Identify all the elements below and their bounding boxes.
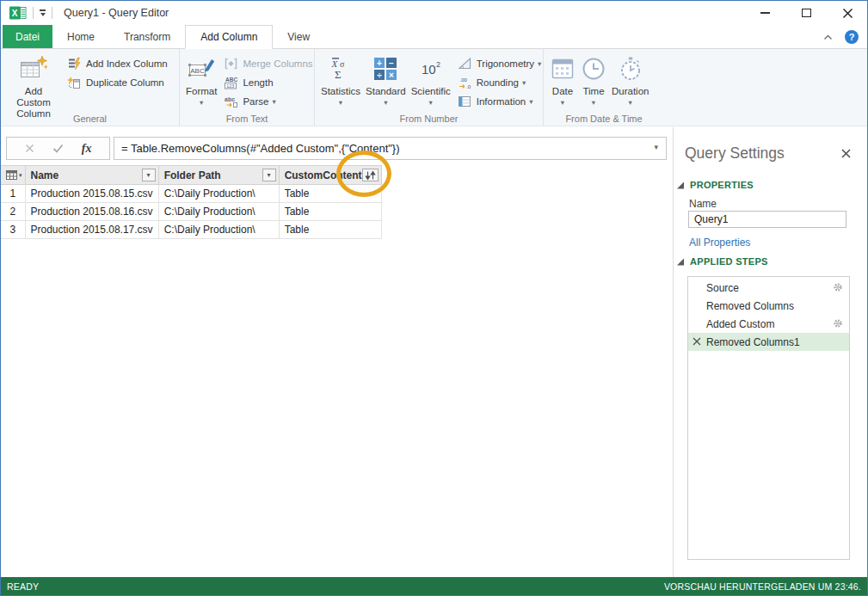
svg-text:Σ: Σ xyxy=(335,68,342,81)
query-name-input[interactable] xyxy=(688,211,846,228)
cell-folder-path: C:\Daily Production\ xyxy=(158,203,279,221)
dropdown-caret-icon: ▾ xyxy=(561,99,564,107)
dropdown-caret-icon: ▾ xyxy=(429,99,433,107)
add-custom-column-icon xyxy=(19,53,48,84)
table-corner-button[interactable]: ▾ xyxy=(1,166,25,185)
expand-column-button[interactable] xyxy=(362,169,379,181)
filter-dropdown-icon[interactable]: ▾ xyxy=(142,169,156,181)
scientific-button[interactable]: 10 2 Scientific ▾ xyxy=(409,52,453,108)
tab-home[interactable]: Home xyxy=(52,25,109,48)
formula-expand-caret-icon[interactable]: ▾ xyxy=(654,143,658,151)
delete-step-icon[interactable] xyxy=(693,337,701,346)
quick-access-dropdown-icon[interactable] xyxy=(40,9,46,16)
minimize-button[interactable] xyxy=(752,1,778,25)
excel-logo-icon[interactable]: X xyxy=(9,6,27,20)
rounding-button[interactable]: .00 .0 Rounding ▾ xyxy=(453,73,545,92)
step-settings-gear-icon[interactable] xyxy=(833,318,843,329)
svg-text:ABC: ABC xyxy=(190,67,205,75)
fx-icon[interactable]: fx xyxy=(82,142,92,156)
svg-text:X: X xyxy=(331,58,339,69)
duration-button[interactable]: Duration ▾ xyxy=(609,52,651,108)
cell-folder-path: C:\Daily Production\ xyxy=(158,185,279,203)
column-header-folder-path[interactable]: Folder Path ▾ xyxy=(158,166,279,185)
svg-text:10: 10 xyxy=(422,62,436,77)
dropdown-caret-icon: ▾ xyxy=(272,97,275,106)
rounding-label: Rounding xyxy=(477,77,519,88)
table-row: 1 Production 2015.08.15.csv C:\Daily Pro… xyxy=(1,185,381,203)
cell-table-link[interactable]: Table xyxy=(279,203,381,221)
step-settings-gear-icon[interactable] xyxy=(833,282,843,292)
length-icon: ABC 123 xyxy=(223,76,239,89)
standard-label: Standard xyxy=(366,86,406,97)
step-label: Removed Columns1 xyxy=(706,336,800,348)
step-added-custom[interactable]: Added Custom xyxy=(688,315,849,333)
group-label-from-number: From Number xyxy=(315,114,543,124)
step-label: Removed Columns xyxy=(706,300,794,312)
group-label-from-date-time: From Date & Time xyxy=(544,114,664,124)
tab-datei[interactable]: Datei xyxy=(3,25,52,48)
duplicate-column-label: Duplicate Column xyxy=(86,77,164,88)
information-button[interactable]: Information ▾ xyxy=(453,92,545,111)
group-label-general: General xyxy=(1,114,179,124)
svg-text:123: 123 xyxy=(227,83,235,89)
format-label: Format xyxy=(186,86,217,97)
cell-table-link[interactable]: Table xyxy=(279,221,381,239)
statistics-button[interactable]: X σ Σ Statistics ▾ xyxy=(318,52,363,108)
svg-text:÷: ÷ xyxy=(378,71,383,80)
filter-dropdown-icon[interactable]: ▾ xyxy=(262,169,276,181)
trigonometry-button[interactable]: Trigonometry ▾ xyxy=(453,54,545,73)
date-button[interactable]: Date ▾ xyxy=(547,52,578,108)
properties-section-header[interactable]: PROPERTIES xyxy=(677,180,754,190)
all-properties-link[interactable]: All Properties xyxy=(689,237,750,249)
svg-text:.00: .00 xyxy=(459,77,467,83)
applied-steps-section-header[interactable]: APPLIED STEPS xyxy=(677,256,768,267)
step-source[interactable]: Source xyxy=(688,279,849,297)
applied-steps-list: Source Removed Columns Added Custom xyxy=(687,276,850,560)
properties-label: PROPERTIES xyxy=(690,180,754,190)
column-header-name-label: Name xyxy=(31,169,59,181)
time-icon xyxy=(581,53,606,84)
statistics-icon: X σ Σ xyxy=(328,53,354,84)
duration-label: Duration xyxy=(612,86,649,97)
svg-text:−: − xyxy=(389,58,394,68)
maximize-button[interactable] xyxy=(793,1,819,25)
step-removed-columns1[interactable]: Removed Columns1 xyxy=(688,333,849,351)
length-button[interactable]: ABC 123 Length xyxy=(219,73,316,92)
parse-label: Parse xyxy=(243,96,268,107)
standard-button[interactable]: + − ÷ × Standard ▾ xyxy=(363,52,409,108)
column-header-custom-label: CustomContent xyxy=(285,169,362,181)
column-header-custom-content[interactable]: CustomContent xyxy=(279,166,381,185)
dropdown-caret-icon: ▾ xyxy=(529,97,532,106)
cancel-formula-icon[interactable] xyxy=(25,141,34,157)
help-icon[interactable]: ? xyxy=(845,30,859,44)
length-label: Length xyxy=(243,77,273,88)
time-label: Time xyxy=(582,86,604,97)
formula-input[interactable]: = Table.RemoveColumns(#"Added Custom",{"… xyxy=(114,137,667,160)
format-button[interactable]: ABC Format ▾ xyxy=(183,52,219,108)
ribbon: Add Custom Column Add Index Column xyxy=(1,49,867,126)
formula-bar: fx = Table.RemoveColumns(#"Added Custom"… xyxy=(6,137,667,160)
add-custom-column-button[interactable]: Add Custom Column xyxy=(4,52,63,121)
merge-columns-button[interactable]: Merge Columns xyxy=(219,54,316,73)
svg-text:2: 2 xyxy=(436,60,440,69)
tab-view[interactable]: View xyxy=(273,25,324,48)
information-label: Information xyxy=(477,96,526,107)
collapse-ribbon-icon[interactable] xyxy=(823,34,833,40)
duplicate-column-button[interactable]: Duplicate Column xyxy=(63,73,171,92)
parse-button[interactable]: abc Parse ▾ xyxy=(219,92,316,111)
tab-transform[interactable]: Transform xyxy=(109,25,185,48)
formula-toolbox: fx xyxy=(6,137,110,160)
add-index-column-button[interactable]: Add Index Column xyxy=(63,54,171,73)
tab-add-column[interactable]: Add Column xyxy=(185,25,273,49)
ribbon-tab-bar: Datei Home Transform Add Column View ? xyxy=(1,25,867,49)
close-window-button[interactable] xyxy=(834,1,860,25)
step-removed-columns[interactable]: Removed Columns xyxy=(688,297,849,315)
column-header-name[interactable]: Name ▾ xyxy=(25,166,158,185)
cell-table-link[interactable]: Table xyxy=(279,185,381,203)
confirm-formula-icon[interactable] xyxy=(52,141,64,157)
group-label-from-text: From Text xyxy=(180,114,314,124)
ribbon-group-general: Add Custom Column Add Index Column xyxy=(1,49,179,126)
name-field-label: Name xyxy=(689,198,717,210)
close-panel-icon[interactable] xyxy=(841,149,851,158)
time-button[interactable]: Time ▾ xyxy=(578,52,609,108)
